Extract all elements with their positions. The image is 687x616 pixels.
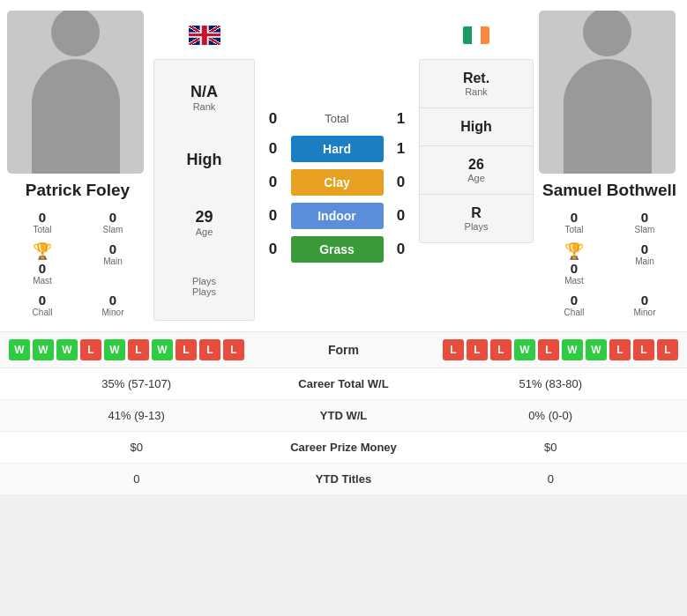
left-flag-area [153, 11, 255, 59]
form-badge: W [152, 339, 173, 360]
left-body [32, 59, 120, 174]
left-high-row: High [187, 151, 222, 169]
flag-green [463, 26, 472, 44]
left-form-badges: WWWLWLWLLL [9, 339, 286, 360]
form-badge: W [104, 339, 125, 360]
uk-flag [189, 26, 220, 45]
left-player-name-block: Patrick Foley [7, 181, 148, 201]
left-plays-lbl: Plays [192, 286, 216, 297]
stat-left-val: 41% (9-13) [9, 409, 265, 422]
hard-surface-btn: Hard [291, 136, 384, 162]
stat-center-label: YTD Titles [265, 472, 423, 486]
career-stat-row: $0 Career Prize Money $0 [0, 432, 687, 464]
left-plays-val: Plays [192, 276, 216, 286]
right-high-cell: High [420, 108, 533, 146]
right-avatar [539, 11, 676, 174]
right-age-val: 26 [468, 157, 484, 173]
right-slam-lbl: Slam [611, 225, 678, 234]
form-badge: L [223, 339, 244, 360]
left-high-val: High [187, 151, 222, 169]
left-silhouette [32, 11, 120, 174]
right-form-badges: LLLWLWWLLL [402, 339, 679, 360]
left-mast-lbl: Mast [33, 276, 52, 286]
left-total-val: 0 [9, 210, 76, 225]
left-chall-val: 0 [9, 293, 76, 308]
right-main-val: 0 [611, 241, 678, 256]
hard-row: 0 Hard 1 [260, 136, 414, 162]
right-chall-lbl: Chall [541, 308, 608, 317]
left-total-cell: 0 Total [7, 206, 78, 238]
right-minor-val: 0 [611, 293, 678, 308]
form-badge: L [490, 339, 512, 360]
right-silhouette [564, 11, 652, 174]
right-total-val: 0 [541, 210, 608, 225]
left-slam-val: 0 [79, 210, 146, 225]
form-badge: W [562, 339, 583, 360]
left-plays-row: Plays Plays [192, 276, 216, 297]
left-chall-lbl: Chall [9, 308, 76, 317]
left-stats-grid: 0 Total 0 Slam 🏆 0 Mast 0 Main 0 [7, 206, 148, 321]
stat-left-val: $0 [9, 441, 265, 454]
left-info-panel: N/A Rank High 29 Age Plays Plays [153, 59, 255, 321]
form-badge: W [56, 339, 78, 360]
left-trophy-icon: 🏆 [33, 241, 52, 261]
clay-right-score: 0 [389, 174, 414, 191]
left-chall-cell: 0 Chall [7, 289, 78, 321]
form-badge: W [514, 339, 535, 360]
left-total-lbl: Total [9, 225, 76, 234]
right-minor-cell: 0 Minor [609, 289, 680, 321]
right-plays-val: R [471, 205, 482, 221]
right-mast-val: 0 [571, 261, 578, 276]
clay-row: 0 Clay 0 [260, 169, 414, 196]
form-badge: L [609, 339, 631, 360]
stat-right-val: 51% (83-80) [423, 377, 679, 390]
page-wrapper: Patrick Foley 0 Total 0 Slam 🏆 0 Mast [0, 0, 687, 495]
total-right-score: 1 [389, 110, 414, 128]
left-mast-cell: 🏆 0 Mast [7, 238, 78, 289]
form-badge: W [9, 339, 30, 360]
right-rank-cell: Ret. Rank [420, 60, 533, 108]
left-main-val: 0 [79, 241, 146, 256]
form-badge: L [538, 339, 559, 360]
left-rank-lbl: Rank [193, 101, 216, 112]
left-head [51, 11, 100, 56]
left-avatar [7, 11, 144, 174]
form-label: Form [291, 343, 397, 357]
left-slam-cell: 0 Slam [78, 206, 148, 238]
right-mast-cell: 🏆 0 Mast [539, 238, 609, 289]
flag-orange [481, 26, 489, 44]
left-player-name: Patrick Foley [7, 181, 148, 201]
right-age-cell: 26 Age [420, 146, 533, 195]
right-slam-val: 0 [611, 210, 678, 225]
form-badge: W [33, 339, 54, 360]
left-age-lbl: Age [196, 226, 213, 237]
stat-center-label: YTD W/L [265, 409, 423, 422]
left-rank-row: N/A Rank [190, 83, 218, 112]
career-stats-section: 35% (57-107) Career Total W/L 51% (83-80… [0, 368, 687, 495]
left-age-row: 29 Age [195, 208, 213, 237]
form-badge: L [175, 339, 197, 360]
career-stat-row: 35% (57-107) Career Total W/L 51% (83-80… [0, 368, 687, 400]
form-badge: L [128, 339, 149, 360]
stat-center-label: Career Prize Money [265, 441, 423, 454]
clay-left-score: 0 [261, 174, 286, 191]
stat-left-val: 0 [9, 472, 265, 486]
right-minor-lbl: Minor [611, 308, 678, 317]
right-main-lbl: Main [611, 256, 678, 266]
hard-left-score: 0 [261, 140, 286, 158]
form-badge: L [80, 339, 101, 360]
right-plays-cell: R Plays [420, 195, 533, 242]
left-age-val: 29 [195, 208, 213, 226]
right-info-panel-col: Ret. Rank High 26 Age R Plays [419, 11, 534, 321]
left-minor-cell: 0 Minor [78, 289, 148, 321]
right-total-cell: 0 Total [539, 206, 609, 238]
right-trophy-icon: 🏆 [564, 241, 584, 261]
indoor-right-score: 0 [389, 207, 414, 225]
right-total-lbl: Total [541, 225, 608, 234]
right-plays-lbl: Plays [465, 221, 489, 232]
left-minor-lbl: Minor [79, 308, 146, 317]
total-row: 0 Total 1 [260, 110, 414, 128]
left-mast-val: 0 [39, 261, 46, 276]
form-section: WWWLWLWLLL Form LLLWLWWLLL [0, 331, 687, 368]
stat-left-val: 35% (57-107) [9, 377, 265, 390]
